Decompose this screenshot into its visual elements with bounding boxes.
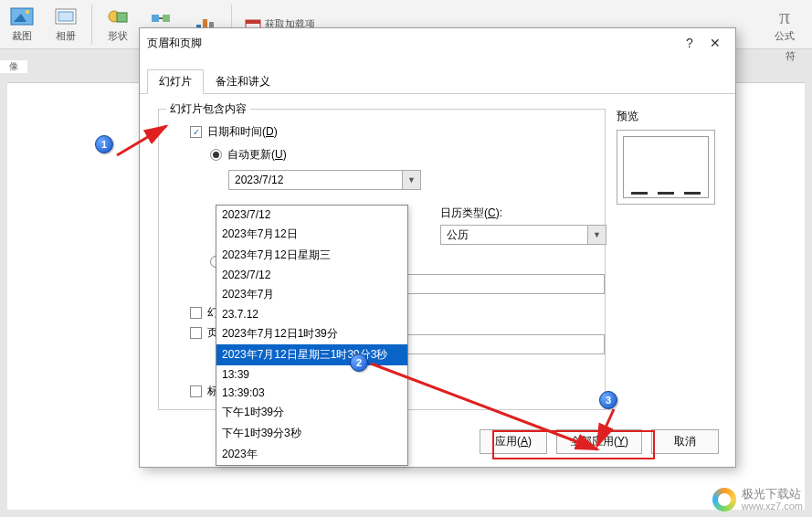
dialog-tabs: 幻灯片 备注和讲义: [140, 70, 735, 94]
auto-update-label: 自动更新(U): [227, 147, 287, 163]
image-section-label: 像: [0, 60, 27, 73]
chevron-down-icon[interactable]: ▼: [587, 226, 606, 244]
chevron-down-icon[interactable]: ▼: [402, 171, 420, 189]
svg-point-2: [26, 10, 29, 14]
tab-notes[interactable]: 备注和讲义: [204, 69, 282, 94]
ribbon-screenshot-label: 裁图: [12, 29, 32, 43]
calendar-combo[interactable]: 公历 ▼: [440, 225, 606, 245]
date-combo-value: 2023/7/12: [229, 174, 402, 186]
calendar-label: 日历类型(C):: [440, 206, 606, 221]
watermark-url: www.xz7.com: [742, 501, 803, 512]
svg-rect-7: [152, 15, 159, 22]
dropdown-item[interactable]: 2023/7/12: [216, 266, 407, 284]
ribbon-formula-label: 公式: [775, 29, 795, 43]
footer-checkbox[interactable]: [190, 327, 202, 339]
ribbon-album-label: 相册: [56, 29, 76, 43]
watermark-logo-icon: [712, 488, 736, 512]
dropdown-item[interactable]: 23.7.12: [216, 305, 407, 323]
dropdown-item[interactable]: 2023年7月12日星期三: [216, 245, 407, 266]
pi-icon: π: [772, 5, 797, 27]
dropdown-item[interactable]: 下午1时39分: [216, 402, 407, 423]
apply-all-button[interactable]: 全部应用(Y): [556, 429, 642, 454]
ribbon-shapes[interactable]: 形状: [100, 4, 136, 45]
fixed-row: [172, 256, 222, 268]
annotation-circle-1: 1: [95, 135, 113, 153]
calendar-row: 日历类型(C): 公历 ▼: [440, 206, 606, 245]
dropdown-item[interactable]: 下午1时39分3秒: [216, 423, 407, 444]
date-time-label: 日期和时间(D): [207, 124, 278, 140]
dropdown-item[interactable]: 2023/7/12: [216, 206, 407, 224]
watermark-text: 极光下载站 www.xz7.com: [742, 488, 803, 512]
dialog-titlebar: 页眉和页脚 ? ✕: [140, 28, 735, 58]
hide-title-checkbox[interactable]: [190, 385, 202, 397]
dropdown-item[interactable]: 13:39: [216, 365, 407, 384]
shapes-icon: [105, 5, 131, 27]
date-format-combo[interactable]: 2023/7/12 ▼: [228, 170, 421, 190]
preview-slide: [623, 136, 709, 198]
svg-rect-14: [246, 20, 260, 24]
date-time-checkbox[interactable]: [190, 126, 202, 138]
auto-update-radio[interactable]: [210, 149, 222, 161]
dropdown-item[interactable]: 13:39:03: [216, 384, 407, 402]
date-format-dropdown[interactable]: 2023/7/12 2023年7月12日 2023年7月12日星期三 2023/…: [216, 205, 408, 466]
dropdown-item[interactable]: 2023年7月: [216, 284, 407, 305]
album-icon: [53, 5, 79, 27]
tab-slide[interactable]: 幻灯片: [147, 69, 204, 94]
date-time-row: 日期和时间(D): [172, 124, 592, 140]
annotation-circle-2: 2: [350, 353, 368, 372]
slide-content-group: 幻灯片包含内容 日期和时间(D) 自动更新(U) 2023/7/12 ▼ 语言(…: [158, 109, 606, 410]
group-label: 幻灯片包含内容: [166, 101, 250, 117]
dialog-buttons: 应用(A) 全部应用(Y) 取消: [480, 429, 719, 454]
dropdown-item[interactable]: 2023年: [216, 444, 407, 465]
svg-rect-6: [117, 13, 127, 22]
dropdown-item-selected[interactable]: 2023年7月12日星期三1时39分3秒: [216, 344, 407, 365]
symbol-section-label: 符: [772, 49, 808, 63]
preview-box: [617, 130, 715, 205]
preview-label: 预览: [617, 109, 717, 124]
ribbon-sep: [91, 5, 92, 45]
language-row: 语言(国家/地区)(L): ▼: [440, 160, 606, 199]
preview-area: 预览: [617, 109, 717, 205]
smartart-icon: [149, 7, 174, 29]
screenshot-icon: [9, 5, 35, 27]
ribbon-album[interactable]: 相册: [47, 4, 84, 45]
dialog-title: 页眉和页脚: [147, 36, 677, 51]
help-button[interactable]: ?: [677, 32, 702, 54]
cancel-button[interactable]: 取消: [651, 429, 719, 454]
watermark-cn: 极光下载站: [742, 488, 803, 501]
header-footer-dialog: 页眉和页脚 ? ✕ 幻灯片 备注和讲义 幻灯片包含内容 日期和时间(D) 自动更…: [139, 27, 736, 468]
ribbon-screenshot[interactable]: 裁图: [4, 4, 40, 45]
preview-footer-placeholders: [631, 192, 701, 195]
dialog-body: 幻灯片包含内容 日期和时间(D) 自动更新(U) 2023/7/12 ▼ 语言(…: [140, 94, 735, 423]
ribbon-shapes-label: 形状: [108, 29, 128, 43]
watermark: 极光下载站 www.xz7.com: [712, 488, 803, 512]
svg-rect-4: [58, 12, 73, 21]
annotation-circle-3: 3: [599, 391, 617, 409]
dropdown-item[interactable]: 2023年7月12日1时39分: [216, 323, 407, 344]
slide-number-checkbox[interactable]: [190, 307, 202, 319]
ribbon-formula[interactable]: π 公式: [766, 4, 803, 45]
apply-button[interactable]: 应用(A): [480, 429, 547, 454]
close-button[interactable]: ✕: [702, 32, 728, 54]
dropdown-item[interactable]: 2023年7月12日: [216, 224, 407, 245]
calendar-combo-value: 公历: [441, 227, 587, 243]
svg-rect-8: [163, 15, 170, 22]
